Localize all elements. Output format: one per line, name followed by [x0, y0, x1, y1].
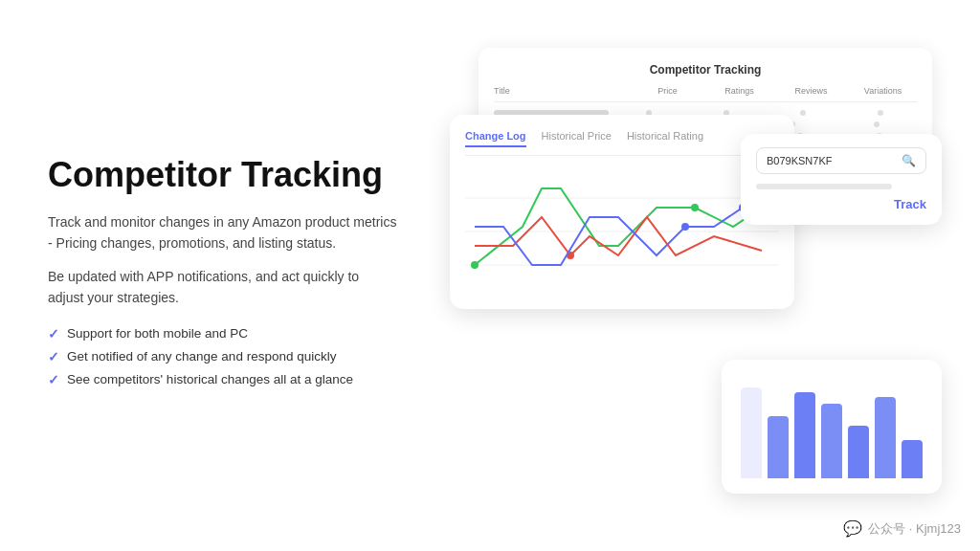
- feature-text-1: Support for both mobile and PC: [67, 326, 248, 341]
- svg-point-4: [691, 204, 699, 211]
- left-panel: Competitor Tracking Track and monitor ch…: [48, 156, 450, 394]
- feature-text-3: See competitors' historical changes all …: [67, 372, 353, 386]
- track-button-row: Track: [756, 197, 926, 211]
- right-panel: Competitor Tracking Title Price Ratings …: [450, 38, 932, 513]
- feature-item-2: ✓ Get notified of any change and respond…: [48, 349, 431, 364]
- col-price: Price: [634, 86, 702, 96]
- bar-2: [794, 392, 815, 478]
- changelog-tabs: Change Log Historical Price Historical R…: [465, 130, 779, 156]
- bar-6: [902, 440, 923, 478]
- checkmark-1: ✓: [48, 326, 59, 342]
- col-reviews: Reviews: [777, 86, 845, 96]
- tab-historical-price[interactable]: Historical Price: [542, 130, 612, 147]
- page-container: Competitor Tracking Track and monitor ch…: [0, 0, 980, 551]
- track-button[interactable]: Track: [894, 197, 926, 211]
- checkmark-3: ✓: [48, 372, 59, 387]
- bar-3: [821, 404, 842, 478]
- col-variations: Variations: [849, 86, 917, 96]
- track-input-row: B079KSN7KF 🔍: [756, 147, 926, 174]
- feature-list: ✓ Support for both mobile and PC ✓ Get n…: [48, 326, 431, 387]
- tab-change-log[interactable]: Change Log: [465, 130, 526, 147]
- table-card-title: Competitor Tracking: [494, 63, 917, 77]
- feature-item-3: ✓ See competitors' historical changes al…: [48, 372, 431, 387]
- wechat-icon: 💬: [843, 519, 862, 538]
- line-chart-svg: [465, 169, 779, 294]
- line-chart-area: [465, 169, 779, 294]
- track-input-value: B079KSN7KF: [767, 155, 832, 166]
- track-bar: [756, 184, 892, 189]
- watermark: 💬 公众号 · Kjmj123: [843, 519, 961, 538]
- description-2: Be updated with APP notifications, and a…: [48, 266, 431, 309]
- track-card: B079KSN7KF 🔍 Track: [741, 134, 942, 225]
- svg-point-3: [471, 261, 479, 269]
- feature-item-1: ✓ Support for both mobile and PC: [48, 326, 431, 342]
- search-icon: 🔍: [902, 154, 916, 167]
- description-1: Track and monitor changes in any Amazon …: [48, 211, 431, 254]
- bar-5: [875, 397, 896, 478]
- tab-historical-rating[interactable]: Historical Rating: [627, 130, 703, 147]
- bar-chart-card: [722, 360, 942, 494]
- bar-4: [848, 426, 869, 478]
- svg-point-7: [681, 223, 689, 231]
- feature-text-2: Get notified of any change and respond q…: [67, 349, 336, 364]
- bar-1: [768, 416, 789, 478]
- main-title: Competitor Tracking: [48, 156, 431, 194]
- bar-shadow: [741, 387, 762, 478]
- col-ratings: Ratings: [705, 86, 773, 96]
- col-title: Title: [494, 86, 630, 96]
- table-header: Title Price Ratings Reviews Variations: [494, 86, 917, 102]
- bar-chart-inner: [741, 383, 923, 478]
- watermark-text: 公众号 · Kjmj123: [868, 520, 961, 538]
- checkmark-2: ✓: [48, 349, 59, 364]
